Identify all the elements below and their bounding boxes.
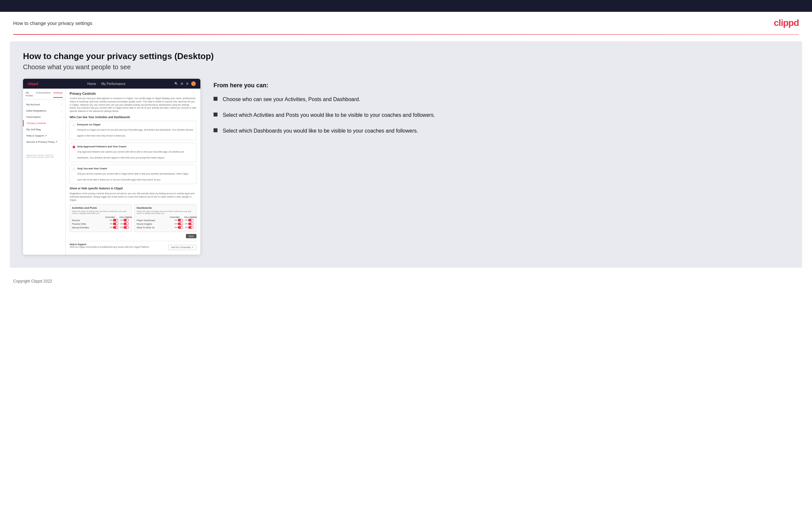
activities-header-row: COACHES FOLLOWERS: [72, 216, 130, 218]
radio-label-everyone: Everyone on Clippd: [77, 123, 194, 126]
toggle-insights-followers-switch[interactable]: [188, 223, 194, 225]
app-subsection-who-can-see: Who Can See Your Activities and Dashboar…: [70, 115, 196, 119]
toggle-manual-followers-switch[interactable]: [123, 226, 129, 229]
toggle-thumb: [181, 226, 183, 228]
toggle-work-followers[interactable]: ON: [185, 226, 194, 229]
toggle-rounds-coaches[interactable]: ON: [110, 219, 119, 222]
radio-everyone[interactable]: Everyone on Clippd Everyone on Clippd ca…: [70, 121, 196, 140]
radio-desc-only-you: Only you and the coaches you connect wit…: [77, 173, 188, 181]
app-body: My Profile Connections Settings My Accou…: [23, 89, 200, 255]
activities-coaches-header: COACHES: [105, 216, 115, 218]
toggle-insights-followers[interactable]: ON: [185, 223, 194, 225]
tab-my-profile[interactable]: My Profile: [26, 91, 34, 98]
grid-icon[interactable]: ⊞: [181, 82, 183, 85]
tab-connections[interactable]: Connections: [36, 91, 51, 98]
bullet-text-3: Select which Dashboards you would like t…: [223, 127, 418, 135]
feature-name-manual: Manual Activities: [72, 226, 89, 229]
app-screenshot: clippd Home My Performance 🔍 ⊞ ⚙ My Prof…: [23, 79, 200, 255]
toggle-manual-coaches-switch[interactable]: [113, 226, 118, 229]
feature-name-round-insights: Round Insights: [137, 223, 152, 225]
sidebar-label-my-golf-bag: My Golf Bag: [26, 128, 41, 131]
bullet-text-2: Select which Activities and Posts you wo…: [223, 111, 435, 119]
toggle-practice-coaches-label: ON: [110, 223, 112, 225]
toggle-rounds-coaches-switch[interactable]: [113, 219, 118, 222]
app-subsection-features: Show or hide specific features in Clippd: [70, 187, 196, 190]
sidebar-item-subscription[interactable]: Subscription ›: [23, 114, 65, 120]
sidebar-item-privacy-policy[interactable]: Service & Privacy Policy ↗: [23, 139, 65, 145]
app-nav-home[interactable]: Home: [87, 82, 96, 86]
sidebar-label-privacy-controls: Privacy Controls: [27, 122, 46, 125]
bullet-square-icon: [213, 113, 217, 116]
toggle-rounds-followers[interactable]: ON: [120, 219, 130, 222]
app-nav-performance[interactable]: My Performance: [101, 82, 125, 86]
chevron-right-icon: ›: [61, 103, 62, 106]
activities-col-desc: Select the types of activity that you'd …: [72, 210, 130, 214]
sidebar-item-my-golf-bag[interactable]: My Golf Bag ›: [23, 126, 65, 132]
toggle-manual-followers[interactable]: ON: [120, 226, 130, 229]
feature-row-practice: Practice Drills ON ON: [72, 223, 130, 225]
toggle-work-coaches-label: ON: [174, 226, 177, 228]
radio-desc-everyone: Everyone on Clippd can search for you an…: [77, 129, 193, 137]
user-avatar[interactable]: [191, 81, 196, 86]
toggle-player-followers-switch[interactable]: [188, 219, 194, 222]
dashboards-col-desc: Select the types of activity that you'd …: [137, 210, 194, 214]
bullet-item-3: Select which Dashboards you would like t…: [213, 127, 789, 135]
header: How to change your privacy settings clip…: [0, 12, 812, 34]
toggle-manual-coaches[interactable]: ON: [110, 226, 119, 229]
toggle-group-round-insights: ON ON: [174, 223, 194, 225]
toggle-thumb: [116, 226, 118, 228]
toggle-thumb: [126, 219, 129, 221]
radio-label-followers-coach: Only Approved Followers and Your Coach: [77, 145, 194, 148]
toggle-thumb: [116, 219, 118, 221]
right-panel: From here you can: Choose who can see yo…: [213, 79, 789, 135]
app-help-title: Help & Support: [70, 243, 150, 245]
sidebar-item-privacy-controls[interactable]: Privacy Controls ›: [23, 120, 65, 126]
sidebar-item-data-integrations[interactable]: Data Integrations ›: [23, 108, 65, 114]
tab-settings[interactable]: Settings: [53, 91, 63, 98]
toggle-player-coaches[interactable]: ON: [174, 219, 184, 222]
toggle-practice-followers[interactable]: ON: [120, 223, 130, 225]
toggle-rounds-coaches-label: ON: [110, 219, 112, 221]
toggle-group-manual: ON ON: [110, 226, 130, 229]
save-row: Save: [70, 234, 196, 238]
app-help-section: Help & Support Visit our Clippd communit…: [70, 241, 196, 251]
radio-dot-followers-coach: [72, 146, 75, 148]
toggle-work-coaches[interactable]: ON: [174, 226, 184, 229]
search-icon[interactable]: 🔍: [174, 82, 178, 85]
feature-row-rounds: Rounds ON ON: [72, 219, 130, 222]
sidebar-label-subscription: Subscription: [26, 115, 41, 118]
radio-desc-followers-coach: Only approved followers and coaches you …: [77, 151, 184, 159]
radio-dot-only-you: [72, 168, 75, 170]
toggle-practice-coaches[interactable]: ON: [110, 223, 119, 225]
radio-followers-coach[interactable]: Only Approved Followers and Your Coach O…: [70, 143, 196, 162]
toggle-thumb: [116, 223, 118, 225]
toggle-practice-followers-switch[interactable]: [123, 223, 129, 225]
settings-icon[interactable]: ⚙: [186, 82, 189, 85]
toggle-insights-coaches-switch[interactable]: [178, 223, 183, 225]
toggle-work-followers-switch[interactable]: [188, 226, 194, 229]
radio-only-you-coach[interactable]: Only You and Your Coach Only you and the…: [70, 165, 196, 184]
bullet-square-icon: [213, 97, 217, 101]
app-description: Control how you and your data appears to…: [70, 97, 196, 113]
toggle-thumb: [181, 223, 183, 225]
sidebar-item-help-support[interactable]: Help & Support ↗: [23, 132, 65, 139]
visit-community-button[interactable]: Visit Our Community ↗: [168, 245, 196, 250]
toggle-player-coaches-switch[interactable]: [178, 219, 183, 222]
top-bar: [0, 0, 812, 12]
toggle-player-followers[interactable]: ON: [185, 219, 194, 222]
bullet-list: Choose who can see your Activities, Post…: [213, 96, 789, 135]
toggle-practice-coaches-switch[interactable]: [113, 223, 118, 225]
toggle-insights-coaches[interactable]: ON: [174, 223, 184, 225]
main-content: How to change your privacy settings (Des…: [10, 41, 802, 268]
save-button[interactable]: Save: [186, 234, 196, 238]
feature-name-practice: Practice Drills: [72, 223, 86, 225]
app-icons: 🔍 ⊞ ⚙: [174, 81, 196, 86]
toggle-work-coaches-switch[interactable]: [178, 226, 183, 229]
dashboards-header-row: COACHES FOLLOWERS: [137, 216, 194, 218]
radio-content-only-you: Only You and Your Coach Only you and the…: [77, 167, 194, 182]
sidebar-label-data-integrations: Data Integrations: [26, 109, 46, 112]
toggle-rounds-followers-switch[interactable]: [123, 219, 129, 222]
sidebar-item-my-account[interactable]: My Account ›: [23, 101, 65, 108]
feature-row-player-dashboard: Player Dashboard ON O: [137, 219, 194, 222]
sidebar-label-my-account: My Account: [26, 103, 40, 106]
